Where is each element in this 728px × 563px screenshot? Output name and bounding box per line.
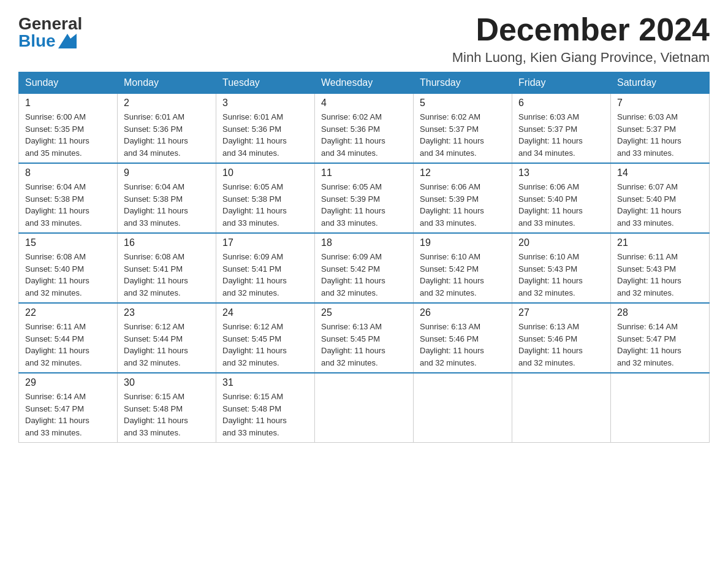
day-number: 27: [518, 307, 604, 318]
day-number: 19: [420, 237, 506, 248]
calendar-cell: 14Sunrise: 6:07 AMSunset: 5:40 PMDayligh…: [611, 163, 710, 233]
calendar-cell: 3Sunrise: 6:01 AMSunset: 5:36 PMDaylight…: [216, 94, 315, 164]
calendar-cell: 28Sunrise: 6:14 AMSunset: 5:47 PMDayligh…: [611, 303, 710, 373]
day-info: Sunrise: 6:13 AMSunset: 5:46 PMDaylight:…: [420, 321, 506, 369]
day-number: 5: [420, 98, 506, 109]
day-number: 6: [518, 98, 604, 109]
logo-blue-text: Blue: [18, 33, 77, 50]
day-info: Sunrise: 6:05 AMSunset: 5:39 PMDaylight:…: [321, 181, 407, 229]
day-info: Sunrise: 6:12 AMSunset: 5:45 PMDaylight:…: [222, 321, 308, 369]
day-info: Sunrise: 6:08 AMSunset: 5:40 PMDaylight:…: [25, 251, 111, 299]
day-info: Sunrise: 6:13 AMSunset: 5:46 PMDaylight:…: [518, 321, 604, 369]
header-sunday: Sunday: [19, 72, 118, 94]
day-number: 1: [25, 98, 111, 109]
header-row: SundayMondayTuesdayWednesdayThursdayFrid…: [19, 72, 710, 94]
month-title: December 2024: [452, 12, 710, 47]
calendar-cell: 9Sunrise: 6:04 AMSunset: 5:38 PMDaylight…: [118, 163, 216, 233]
calendar-cell: 12Sunrise: 6:06 AMSunset: 5:39 PMDayligh…: [414, 163, 512, 233]
day-number: 24: [222, 307, 308, 318]
calendar-cell: 23Sunrise: 6:12 AMSunset: 5:44 PMDayligh…: [118, 303, 216, 373]
day-info: Sunrise: 6:14 AMSunset: 5:47 PMDaylight:…: [617, 321, 703, 369]
calendar-cell: 26Sunrise: 6:13 AMSunset: 5:46 PMDayligh…: [414, 303, 512, 373]
week-row-1: 1Sunrise: 6:00 AMSunset: 5:35 PMDaylight…: [19, 94, 710, 164]
day-info: Sunrise: 6:06 AMSunset: 5:40 PMDaylight:…: [518, 181, 604, 229]
day-info: Sunrise: 6:05 AMSunset: 5:38 PMDaylight:…: [222, 181, 308, 229]
calendar-cell: [414, 373, 512, 443]
day-number: 30: [124, 377, 210, 388]
calendar-cell: 20Sunrise: 6:10 AMSunset: 5:43 PMDayligh…: [512, 233, 611, 303]
calendar-cell: 30Sunrise: 6:15 AMSunset: 5:48 PMDayligh…: [118, 373, 216, 443]
day-info: Sunrise: 6:07 AMSunset: 5:40 PMDaylight:…: [617, 181, 703, 229]
week-row-5: 29Sunrise: 6:14 AMSunset: 5:47 PMDayligh…: [19, 373, 710, 443]
calendar-cell: 8Sunrise: 6:04 AMSunset: 5:38 PMDaylight…: [19, 163, 118, 233]
calendar-cell: 18Sunrise: 6:09 AMSunset: 5:42 PMDayligh…: [315, 233, 414, 303]
day-info: Sunrise: 6:08 AMSunset: 5:41 PMDaylight:…: [124, 251, 210, 299]
day-info: Sunrise: 6:15 AMSunset: 5:48 PMDaylight:…: [124, 391, 210, 439]
calendar-cell: [611, 373, 710, 443]
day-number: 15: [25, 237, 111, 248]
calendar-cell: 21Sunrise: 6:11 AMSunset: 5:43 PMDayligh…: [611, 233, 710, 303]
day-info: Sunrise: 6:11 AMSunset: 5:43 PMDaylight:…: [617, 251, 703, 299]
header-friday: Friday: [512, 72, 611, 94]
day-info: Sunrise: 6:00 AMSunset: 5:35 PMDaylight:…: [25, 111, 111, 159]
day-info: Sunrise: 6:09 AMSunset: 5:42 PMDaylight:…: [321, 251, 407, 299]
calendar-cell: 7Sunrise: 6:03 AMSunset: 5:37 PMDaylight…: [611, 94, 710, 164]
calendar-cell: 13Sunrise: 6:06 AMSunset: 5:40 PMDayligh…: [512, 163, 611, 233]
day-info: Sunrise: 6:09 AMSunset: 5:41 PMDaylight:…: [222, 251, 308, 299]
day-info: Sunrise: 6:04 AMSunset: 5:38 PMDaylight:…: [124, 181, 210, 229]
day-info: Sunrise: 6:15 AMSunset: 5:48 PMDaylight:…: [222, 391, 308, 439]
day-number: 26: [420, 307, 506, 318]
day-number: 29: [25, 377, 111, 388]
day-number: 9: [124, 167, 210, 178]
calendar-cell: 6Sunrise: 6:03 AMSunset: 5:37 PMDaylight…: [512, 94, 611, 164]
day-number: 8: [25, 167, 111, 178]
day-number: 16: [124, 237, 210, 248]
header: General Blue December 2024 Minh Luong, K…: [18, 12, 710, 66]
day-number: 18: [321, 237, 407, 248]
day-info: Sunrise: 6:06 AMSunset: 5:39 PMDaylight:…: [420, 181, 506, 229]
day-number: 17: [222, 237, 308, 248]
day-number: 7: [617, 98, 703, 109]
week-row-3: 15Sunrise: 6:08 AMSunset: 5:40 PMDayligh…: [19, 233, 710, 303]
header-tuesday: Tuesday: [216, 72, 315, 94]
calendar-table: SundayMondayTuesdayWednesdayThursdayFrid…: [18, 72, 710, 443]
calendar-cell: 25Sunrise: 6:13 AMSunset: 5:45 PMDayligh…: [315, 303, 414, 373]
calendar-cell: 29Sunrise: 6:14 AMSunset: 5:47 PMDayligh…: [19, 373, 118, 443]
calendar-cell: 16Sunrise: 6:08 AMSunset: 5:41 PMDayligh…: [118, 233, 216, 303]
week-row-2: 8Sunrise: 6:04 AMSunset: 5:38 PMDaylight…: [19, 163, 710, 233]
logo-general-text: General: [18, 15, 82, 33]
day-number: 28: [617, 307, 703, 318]
day-number: 25: [321, 307, 407, 318]
day-number: 3: [222, 98, 308, 109]
day-info: Sunrise: 6:04 AMSunset: 5:38 PMDaylight:…: [25, 181, 111, 229]
day-number: 22: [25, 307, 111, 318]
calendar-cell: 1Sunrise: 6:00 AMSunset: 5:35 PMDaylight…: [19, 94, 118, 164]
header-saturday: Saturday: [611, 72, 710, 94]
calendar-cell: 2Sunrise: 6:01 AMSunset: 5:36 PMDaylight…: [118, 94, 216, 164]
day-info: Sunrise: 6:10 AMSunset: 5:42 PMDaylight:…: [420, 251, 506, 299]
calendar-cell: 4Sunrise: 6:02 AMSunset: 5:36 PMDaylight…: [315, 94, 414, 164]
day-number: 11: [321, 167, 407, 178]
day-number: 10: [222, 167, 308, 178]
day-info: Sunrise: 6:02 AMSunset: 5:36 PMDaylight:…: [321, 111, 407, 159]
header-thursday: Thursday: [414, 72, 512, 94]
header-wednesday: Wednesday: [315, 72, 414, 94]
day-info: Sunrise: 6:03 AMSunset: 5:37 PMDaylight:…: [518, 111, 604, 159]
day-number: 14: [617, 167, 703, 178]
calendar-cell: 31Sunrise: 6:15 AMSunset: 5:48 PMDayligh…: [216, 373, 315, 443]
calendar-cell: 19Sunrise: 6:10 AMSunset: 5:42 PMDayligh…: [414, 233, 512, 303]
calendar-cell: 10Sunrise: 6:05 AMSunset: 5:38 PMDayligh…: [216, 163, 315, 233]
day-number: 31: [222, 377, 308, 388]
day-number: 12: [420, 167, 506, 178]
week-row-4: 22Sunrise: 6:11 AMSunset: 5:44 PMDayligh…: [19, 303, 710, 373]
day-info: Sunrise: 6:01 AMSunset: 5:36 PMDaylight:…: [222, 111, 308, 159]
logo-icon: [58, 34, 77, 48]
day-info: Sunrise: 6:03 AMSunset: 5:37 PMDaylight:…: [617, 111, 703, 159]
header-monday: Monday: [118, 72, 216, 94]
day-number: 21: [617, 237, 703, 248]
calendar-cell: [315, 373, 414, 443]
calendar-cell: 24Sunrise: 6:12 AMSunset: 5:45 PMDayligh…: [216, 303, 315, 373]
day-info: Sunrise: 6:01 AMSunset: 5:36 PMDaylight:…: [124, 111, 210, 159]
calendar-cell: 17Sunrise: 6:09 AMSunset: 5:41 PMDayligh…: [216, 233, 315, 303]
day-info: Sunrise: 6:11 AMSunset: 5:44 PMDaylight:…: [25, 321, 111, 369]
